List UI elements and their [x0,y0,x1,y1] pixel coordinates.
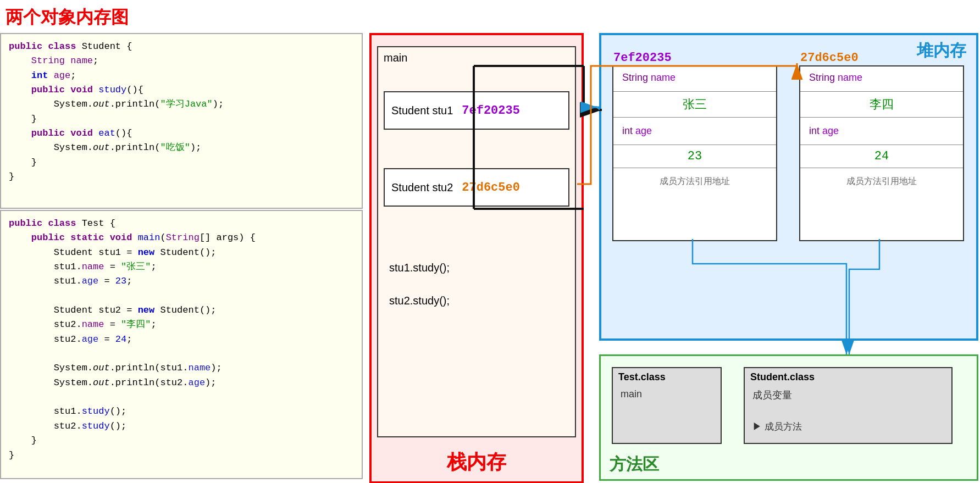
heap-object-1: 7ef20235 String name 张三 int age 23 成员方法引… [612,65,777,241]
heap-obj2-name-label: String name [800,66,963,89]
heap-obj2-age-val: 24 [800,147,963,165]
heap-obj2-age-label: int age [800,120,963,142]
student-member-method: ▶ 成员方法 [752,420,802,433]
heap-label: 堆内存 [917,40,966,62]
test-class-code: public class Test { public static void m… [0,210,363,479]
heap-object-2: 27d6c5e0 String name 李四 int age 24 成员方法引… [799,65,964,241]
student-member-var: 成员变量 [745,386,951,404]
test-class-box: Test.class main [612,367,722,444]
stack-frame: main Student stu1 7ef20235 Student stu2 … [377,46,576,437]
stack-study2: stu2.study(); [389,295,450,307]
stack-memory-area: main Student stu1 7ef20235 Student stu2 … [369,33,584,483]
stack-label: 栈内存 [447,449,506,476]
student-class-code: public class Student { String name; int … [0,33,363,209]
student-class-box: Student.class 成员变量 ▶ 成员方法 [744,367,953,444]
stack-stu2-box: Student stu2 27d6c5e0 [384,168,569,207]
heap-obj1-age-label: int age [613,120,776,142]
test-class-label: Test.class [613,368,721,386]
stack-stu2-label: Student stu2 [391,181,453,194]
heap-obj1-addr: 7ef20235 [613,51,672,65]
heap-obj1-age-val: 23 [613,147,776,165]
method-area-label: 方法区 [610,453,659,476]
student-class-label: Student.class [745,368,951,386]
stack-main-label: main [384,52,407,64]
stack-stu1-label: Student stu1 [391,104,453,117]
stack-study1: stu1.study(); [389,262,450,274]
stack-stu1-box: Student stu1 7ef20235 [384,91,569,130]
test-main-label: main [613,386,721,402]
heap-obj1-name-val: 张三 [613,94,776,115]
stack-stu1-addr: 7ef20235 [462,104,520,118]
method-area: Test.class main Student.class 成员变量 ▶ 成员方… [599,354,978,481]
stack-stu2-addr: 27d6c5e0 [462,181,520,195]
heap-obj2-addr: 27d6c5e0 [800,51,859,65]
heap-obj2-method-ref: 成员方法引用地址 [800,170,963,191]
heap-obj1-name-label: String name [613,66,776,89]
heap-obj1-method-ref: 成员方法引用地址 [613,170,776,191]
page-title: 两个对象内存图 [5,5,129,30]
heap-obj2-name-val: 李四 [800,94,963,115]
heap-memory-area: 堆内存 7ef20235 String name 张三 int age 23 成… [599,33,978,341]
